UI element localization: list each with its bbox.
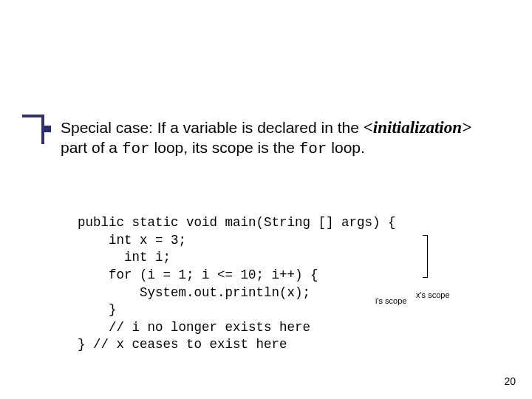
code-block: public static void main(String [] args) … <box>78 214 396 354</box>
para-text-pre: Special case: If a variable is declared … <box>61 119 364 136</box>
page-number: 20 <box>504 375 516 387</box>
para-text-mono2: for <box>299 140 327 157</box>
para-text-post: loop. <box>327 139 364 156</box>
para-text-mid1: part of a <box>61 139 122 156</box>
label-i-scope: i's scope <box>375 296 406 305</box>
para-text-mono1: for <box>122 140 150 157</box>
label-x-scope: x's scope <box>416 290 450 299</box>
bracket-x-scope <box>423 235 428 278</box>
bullet-icon <box>44 126 51 132</box>
para-text-mid2: loop, its scope is the <box>150 139 299 156</box>
main-paragraph: Special case: If a variable is declared … <box>61 117 489 160</box>
para-text-italic: <initialization> <box>364 118 471 137</box>
